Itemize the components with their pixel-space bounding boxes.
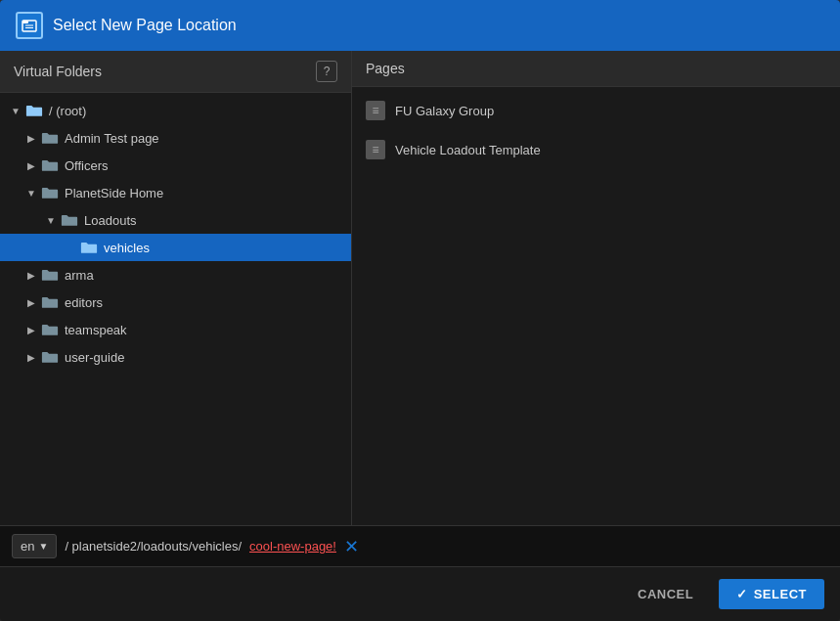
chevron-loadouts-icon xyxy=(43,212,59,228)
tree-label-root: / (root) xyxy=(49,104,86,118)
pages-label: Pages xyxy=(366,61,405,76)
chevron-planetside-icon xyxy=(23,185,39,200)
page-icon-fu-galaxy xyxy=(366,101,385,120)
tree-label-planetside: PlanetSide Home xyxy=(65,186,163,200)
panel-header-right: Pages xyxy=(352,51,840,87)
folder-vehicles-icon xyxy=(80,239,98,256)
tree-item-teamspeak[interactable]: teamspeak xyxy=(0,316,351,343)
tree-item-vehicles[interactable]: vehicles xyxy=(0,234,351,261)
folder-admin-icon xyxy=(41,129,59,147)
folder-editors-icon xyxy=(41,293,59,311)
tree-item-officers[interactable]: Officers xyxy=(0,152,351,179)
page-item-fu-galaxy[interactable]: FU Galaxy Group xyxy=(352,91,840,130)
lang-value: en xyxy=(21,539,34,554)
dialog-header: Select New Page Location xyxy=(0,0,840,51)
page-icon-vehicle-loadout xyxy=(366,140,385,159)
svg-rect-1 xyxy=(22,21,28,23)
tree-label-teamspeak: teamspeak xyxy=(65,323,127,337)
cancel-button[interactable]: CANCEL xyxy=(622,579,709,609)
folder-planetside-icon xyxy=(41,184,59,201)
chevron-user-guide-icon xyxy=(23,349,39,365)
tree-label-editors: editors xyxy=(65,295,103,310)
path-bar: en ▼ / planetside2/loadouts/vehicles/coo… xyxy=(0,525,840,566)
tree-item-admin[interactable]: Admin Test page xyxy=(0,124,351,152)
page-label-vehicle-loadout: Vehicle Loadout Template xyxy=(395,143,541,157)
folder-root-icon xyxy=(25,102,43,119)
page-label-fu-galaxy: FU Galaxy Group xyxy=(395,104,494,118)
select-location-dialog: Select New Page Location Virtual Folders… xyxy=(0,0,840,621)
tree-item-planetside[interactable]: PlanetSide Home xyxy=(0,179,351,206)
help-button[interactable]: ? xyxy=(316,61,337,82)
page-item-vehicle-loadout[interactable]: Vehicle Loadout Template xyxy=(352,130,840,169)
folder-tree: / (root) Admin Test page xyxy=(0,93,351,525)
lang-chevron-icon: ▼ xyxy=(38,541,48,552)
tree-label-admin: Admin Test page xyxy=(65,131,159,146)
dialog-title: Select New Page Location xyxy=(53,17,237,34)
panel-header-left: Virtual Folders ? xyxy=(0,51,351,93)
path-prefix: / planetside2/loadouts/vehicles/ xyxy=(65,539,242,554)
tree-label-officers: Officers xyxy=(65,158,109,173)
pages-list: FU Galaxy Group Vehicle Loadout Template xyxy=(352,87,840,525)
tree-item-loadouts[interactable]: Loadouts xyxy=(0,206,351,234)
tree-item-user-guide[interactable]: user-guide xyxy=(0,343,351,371)
select-button[interactable]: SELECT xyxy=(719,579,824,609)
select-label: SELECT xyxy=(754,587,807,601)
language-select[interactable]: en ▼ xyxy=(12,534,57,558)
tree-item-root[interactable]: / (root) xyxy=(0,97,351,124)
dialog-body: Virtual Folders ? / (root) xyxy=(0,51,840,525)
path-new-page: cool-new-page! xyxy=(249,539,336,554)
chevron-admin-icon xyxy=(23,130,39,146)
dialog-header-icon xyxy=(16,12,43,39)
folder-officers-icon xyxy=(41,156,59,174)
checkmark-icon xyxy=(736,587,748,601)
left-panel: Virtual Folders ? / (root) xyxy=(0,51,352,525)
tree-label-vehicles: vehicles xyxy=(104,241,150,255)
folder-arma-icon xyxy=(41,266,59,284)
tree-label-loadouts: Loadouts xyxy=(84,213,137,228)
chevron-root-icon xyxy=(8,103,23,118)
virtual-folders-label: Virtual Folders xyxy=(14,64,102,79)
folder-loadouts-icon xyxy=(61,211,78,229)
chevron-arma-icon xyxy=(23,267,39,283)
right-panel: Pages FU Galaxy Group Vehicle Loadout Te… xyxy=(352,51,840,525)
clear-button[interactable]: ✕ xyxy=(344,536,359,557)
tree-label-user-guide: user-guide xyxy=(65,350,124,365)
chevron-teamspeak-icon xyxy=(23,322,39,337)
tree-item-arma[interactable]: arma xyxy=(0,261,351,288)
folder-teamspeak-icon xyxy=(41,321,59,338)
chevron-editors-icon xyxy=(23,294,39,310)
dialog-footer: CANCEL SELECT xyxy=(0,566,840,621)
folder-user-guide-icon xyxy=(41,348,59,366)
chevron-officers-icon xyxy=(23,157,39,173)
tree-label-arma: arma xyxy=(65,268,94,283)
tree-item-editors[interactable]: editors xyxy=(0,288,351,316)
